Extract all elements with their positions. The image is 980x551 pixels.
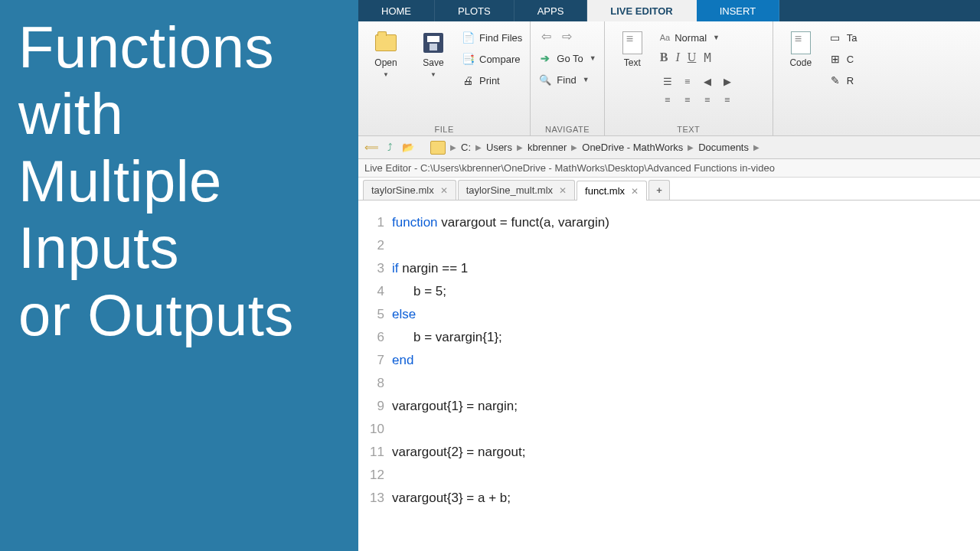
ribbon-group-label bbox=[781, 123, 858, 134]
refactor-label: R bbox=[847, 75, 854, 86]
refactor-button[interactable]: ✎ R bbox=[828, 72, 858, 89]
chevron-down-icon: ▼ bbox=[383, 71, 389, 78]
close-icon[interactable]: ✕ bbox=[631, 186, 639, 197]
align-justify-icon[interactable]: ≡ bbox=[720, 93, 735, 108]
file-tab-label: funct.mlx bbox=[585, 185, 625, 197]
compare-label: Compare bbox=[479, 54, 520, 65]
file-tab-bar: taylorSine.mlx ✕ taylorSine_mult.mlx ✕ f… bbox=[358, 178, 980, 201]
monospace-button[interactable]: M bbox=[704, 51, 711, 65]
style-dropdown[interactable]: Aa Normal ▼ bbox=[660, 29, 735, 46]
text-button[interactable]: Text bbox=[612, 26, 652, 68]
text-label: Text bbox=[624, 58, 641, 68]
title-line: or Outputs bbox=[18, 282, 340, 348]
title-line: Functions bbox=[18, 14, 340, 80]
code-content[interactable]: function varargout = funct(a, varargin) … bbox=[392, 211, 980, 551]
nav-forward-icon[interactable]: ⇨ bbox=[562, 29, 572, 44]
folder-icon bbox=[430, 141, 446, 155]
title-slide-panel: Functions with Multiple Inputs or Output… bbox=[0, 0, 358, 551]
matlab-window: HOME PLOTS APPS LIVE EDITOR INSERT Open … bbox=[358, 0, 980, 551]
folder-open-icon bbox=[374, 31, 398, 55]
indent-right-icon[interactable]: ▶ bbox=[720, 74, 735, 90]
code-editor[interactable]: 1 2 3 4 5 6 7 8 9 10 11 12 13 function v… bbox=[358, 201, 980, 551]
italic-button[interactable]: I bbox=[675, 51, 679, 65]
title-slide-text: Functions with Multiple Inputs or Output… bbox=[18, 14, 340, 348]
chevron-down-icon: ▼ bbox=[583, 76, 590, 83]
open-label: Open bbox=[374, 58, 397, 68]
task-icon: ▭ bbox=[828, 31, 842, 44]
tab-insert[interactable]: INSERT bbox=[697, 0, 779, 21]
crumb-onedrive[interactable]: OneDrive - MathWorks bbox=[582, 142, 683, 153]
find-files-label: Find Files bbox=[479, 32, 522, 44]
file-tab[interactable]: taylorSine.mlx ✕ bbox=[363, 180, 456, 200]
breadcrumb-sep: ▶ bbox=[688, 143, 694, 152]
ribbon-group-label: TEXT bbox=[612, 123, 765, 134]
breadcrumb-sep: ▶ bbox=[753, 143, 760, 152]
align-center-icon[interactable]: ≡ bbox=[680, 93, 695, 108]
up-icon[interactable]: ⤴ bbox=[383, 141, 397, 155]
style-label: Normal bbox=[675, 32, 707, 44]
underline-button[interactable]: U bbox=[688, 51, 697, 65]
code-label: Code bbox=[789, 58, 812, 68]
title-line: Inputs bbox=[18, 214, 340, 281]
print-button[interactable]: Print bbox=[461, 72, 522, 89]
file-tab-label: taylorSine.mlx bbox=[371, 184, 434, 196]
compare-button[interactable]: Compare bbox=[461, 51, 522, 67]
find-files-button[interactable]: Find Files bbox=[461, 29, 522, 46]
back-icon[interactable]: ⟸ bbox=[364, 141, 378, 155]
goto-button[interactable]: ➔ Go To ▼ bbox=[538, 50, 596, 67]
address-bar: ⟸ ⤴ 📂 ▶ C: ▶ Users ▶ kbrenner ▶ OneDrive… bbox=[358, 136, 980, 159]
ribbon-group-label: NAVIGATE bbox=[538, 123, 596, 134]
goto-label: Go To bbox=[557, 53, 583, 64]
align-left-icon[interactable]: ≡ bbox=[660, 93, 675, 108]
close-icon[interactable]: ✕ bbox=[559, 185, 567, 196]
breadcrumb-sep: ▶ bbox=[517, 143, 523, 152]
crumb-users[interactable]: Users bbox=[486, 142, 512, 153]
goto-icon: ➔ bbox=[538, 51, 552, 65]
file-tab-label: taylorSine_mult.mlx bbox=[466, 184, 553, 196]
code-button[interactable]: Code bbox=[781, 26, 821, 68]
breadcrumb-sep: ▶ bbox=[475, 143, 482, 152]
numbered-list-icon[interactable]: ≡ bbox=[680, 74, 695, 90]
control-button[interactable]: ⊞ C bbox=[828, 51, 858, 67]
align-right-icon[interactable]: ≡ bbox=[700, 93, 715, 108]
new-tab-button[interactable]: + bbox=[648, 180, 670, 200]
find-icon bbox=[538, 73, 552, 86]
tab-plots[interactable]: PLOTS bbox=[435, 0, 514, 21]
editor-title: Live Editor - C:\Users\kbrenner\OneDrive… bbox=[358, 159, 980, 178]
code-icon bbox=[789, 31, 813, 55]
browse-icon[interactable]: 📂 bbox=[401, 141, 415, 155]
file-tab-active[interactable]: funct.mlx ✕ bbox=[577, 181, 647, 201]
crumb-user[interactable]: kbrenner bbox=[528, 142, 567, 153]
ribbon-group-file: Open ▼ Save ▼ Find Files bbox=[358, 21, 531, 135]
bold-button[interactable]: B bbox=[660, 51, 668, 65]
tab-apps[interactable]: APPS bbox=[514, 0, 588, 21]
crumb-drive[interactable]: C: bbox=[461, 142, 471, 153]
crumb-documents[interactable]: Documents bbox=[698, 142, 749, 153]
nav-back-icon[interactable]: ⇦ bbox=[541, 29, 551, 44]
indent-left-icon[interactable]: ◀ bbox=[700, 74, 715, 90]
toolstrip-tabs: HOME PLOTS APPS LIVE EDITOR INSERT bbox=[358, 0, 980, 21]
task-button[interactable]: ▭ Ta bbox=[828, 29, 858, 46]
close-icon[interactable]: ✕ bbox=[440, 185, 448, 196]
ribbon-group-navigate: ⇦ ⇨ ➔ Go To ▼ Find ▼ bbox=[531, 21, 604, 135]
line-gutter: 1 2 3 4 5 6 7 8 9 10 11 12 13 bbox=[358, 211, 392, 551]
breadcrumb-sep: ▶ bbox=[450, 143, 456, 152]
bullet-list-icon[interactable]: ☰ bbox=[660, 74, 675, 90]
open-button[interactable]: Open ▼ bbox=[366, 26, 406, 78]
find-label: Find bbox=[557, 74, 576, 86]
find-files-icon bbox=[461, 31, 475, 44]
ribbon-group-text: Text Aa Normal ▼ B I U M bbox=[605, 21, 773, 135]
chevron-down-icon: ▼ bbox=[430, 71, 436, 78]
chevron-down-icon: ▼ bbox=[590, 54, 596, 62]
save-icon bbox=[421, 31, 446, 55]
tab-home[interactable]: HOME bbox=[358, 0, 435, 21]
print-label: Print bbox=[479, 75, 500, 86]
ribbon: Open ▼ Save ▼ Find Files bbox=[358, 21, 980, 136]
tab-live-editor[interactable]: LIVE EDITOR bbox=[587, 0, 696, 21]
ribbon-group-code: Code ▭ Ta ⊞ C ✎ R bbox=[773, 21, 865, 135]
breadcrumb-sep: ▶ bbox=[571, 143, 577, 152]
find-button[interactable]: Find ▼ bbox=[538, 71, 596, 88]
file-tab[interactable]: taylorSine_mult.mlx ✕ bbox=[458, 180, 575, 200]
control-label: C bbox=[847, 54, 854, 65]
save-button[interactable]: Save ▼ bbox=[413, 26, 453, 78]
